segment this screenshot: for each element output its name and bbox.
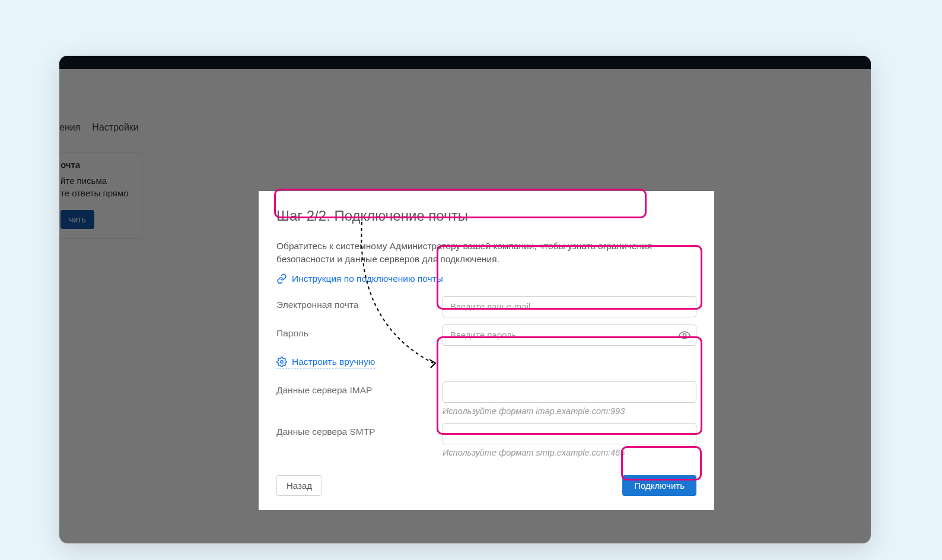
smtp-hint: Используйте формат smtp.example.com:465 xyxy=(443,448,696,457)
email-label: Электронная почта xyxy=(276,296,443,310)
back-button[interactable]: Назад xyxy=(276,475,322,496)
manual-setup-link[interactable]: Настроить вручную xyxy=(276,357,375,368)
app-window: ения Настройки очта йте письма те ответы… xyxy=(59,56,871,543)
modal-footer: Назад Подключить xyxy=(276,475,696,496)
connect-button[interactable]: Подключить xyxy=(622,475,696,496)
imap-label: Данные сервера IMAP xyxy=(276,381,443,396)
modal-title: Шаг 2/2. Подключение почты xyxy=(276,208,696,224)
password-label: Пароль xyxy=(276,324,443,339)
email-row: Электронная почта xyxy=(276,296,696,317)
link-icon xyxy=(276,273,287,284)
password-row: Пароль xyxy=(276,324,696,346)
smtp-row: Данные сервера SMTP Используйте формат s… xyxy=(276,423,696,457)
imap-input[interactable] xyxy=(443,381,696,403)
imap-row: Данные сервера IMAP Используйте формат i… xyxy=(276,381,696,416)
manual-setup-label: Настроить вручную xyxy=(292,357,375,367)
password-input[interactable] xyxy=(443,324,696,346)
smtp-label: Данные сервера SMTP xyxy=(276,423,443,437)
admin-notice: Обратитесь к системному Администратору в… xyxy=(276,240,696,266)
gear-icon xyxy=(276,357,287,367)
svg-point-1 xyxy=(281,361,284,364)
smtp-input[interactable] xyxy=(443,423,696,444)
instruction-link[interactable]: Инструкция по подключению почты xyxy=(276,273,443,284)
svg-point-0 xyxy=(683,333,686,336)
instruction-link-label: Инструкция по подключению почты xyxy=(292,273,443,284)
email-input[interactable] xyxy=(443,296,696,317)
imap-hint: Используйте формат imap.example.com:993 xyxy=(443,406,696,416)
connect-mail-modal: Шаг 2/2. Подключение почты Обратитесь к … xyxy=(259,191,714,510)
eye-icon[interactable] xyxy=(679,329,690,341)
